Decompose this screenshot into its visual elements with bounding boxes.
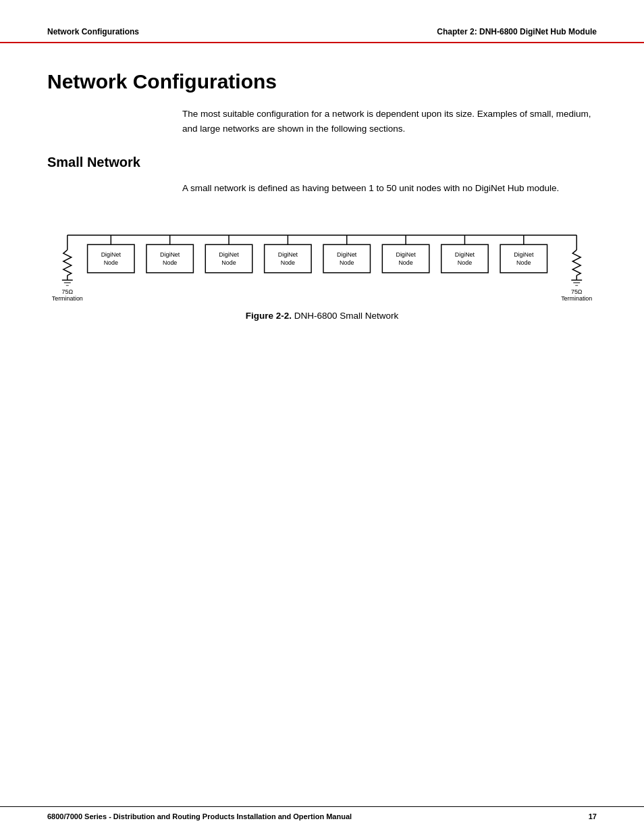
- svg-text:Node: Node: [221, 259, 236, 266]
- figure-caption: Figure 2-2. DNH-6800 Small Network: [47, 311, 597, 321]
- header-right: Chapter 2: DNH-6800 DigiNet Hub Module: [437, 27, 597, 36]
- intro-text: The most suitable configuration for a ne…: [182, 107, 597, 136]
- svg-text:Termination: Termination: [561, 294, 592, 301]
- svg-text:Node: Node: [398, 259, 412, 266]
- network-diagram: 75Ω Termination 75Ω Termination DigiNet …: [47, 216, 597, 304]
- svg-text:75Ω: 75Ω: [571, 288, 583, 294]
- svg-text:75Ω: 75Ω: [61, 288, 73, 294]
- header-left: Network Configurations: [47, 27, 139, 36]
- svg-text:DigiNet: DigiNet: [337, 251, 357, 258]
- svg-text:DigiNet: DigiNet: [455, 251, 475, 258]
- figure-caption-bold: Figure 2-2.: [246, 311, 292, 321]
- small-network-title: Small Network: [47, 155, 597, 170]
- svg-text:DigiNet: DigiNet: [101, 251, 122, 258]
- svg-text:Termination: Termination: [52, 294, 83, 301]
- svg-text:DigiNet: DigiNet: [396, 251, 416, 258]
- svg-text:Node: Node: [104, 259, 118, 266]
- svg-text:DigiNet: DigiNet: [514, 251, 534, 258]
- page-footer: 6800/7000 Series - Distribution and Rout…: [0, 806, 644, 834]
- small-network-description: A small network is defined as having bet…: [182, 181, 597, 196]
- main-content: Network Configurations The most suitable…: [0, 43, 644, 806]
- svg-text:Node: Node: [340, 259, 354, 266]
- svg-text:DigiNet: DigiNet: [278, 251, 298, 258]
- footer-page-number: 17: [589, 812, 597, 820]
- svg-text:DigiNet: DigiNet: [219, 251, 239, 258]
- page-header: Network Configurations Chapter 2: DNH-68…: [0, 0, 644, 43]
- svg-text:Node: Node: [163, 259, 177, 266]
- network-diagram-container: 75Ω Termination 75Ω Termination DigiNet …: [47, 216, 597, 304]
- svg-text:Node: Node: [516, 259, 531, 266]
- page: Network Configurations Chapter 2: DNH-68…: [0, 0, 644, 834]
- page-title: Network Configurations: [47, 70, 597, 93]
- svg-text:Node: Node: [281, 259, 295, 266]
- footer-left: 6800/7000 Series - Distribution and Rout…: [47, 812, 352, 820]
- svg-text:Node: Node: [458, 259, 472, 266]
- figure-caption-text: DNH-6800 Small Network: [292, 311, 398, 321]
- svg-text:DigiNet: DigiNet: [160, 251, 180, 258]
